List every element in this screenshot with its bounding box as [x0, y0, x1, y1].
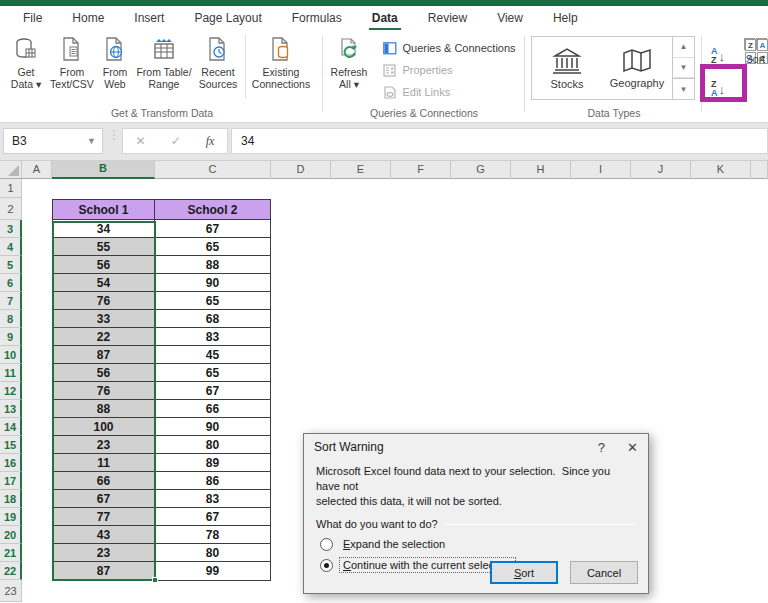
- column-header-h[interactable]: H: [511, 161, 571, 179]
- row-header-14[interactable]: 14: [0, 418, 22, 436]
- cell-B8[interactable]: 33: [53, 310, 155, 328]
- stocks-button[interactable]: Stocks: [532, 37, 602, 99]
- row-header-16[interactable]: 16: [0, 454, 22, 472]
- row-header-11[interactable]: 11: [0, 364, 22, 382]
- gallery-up-icon[interactable]: ▲: [673, 37, 694, 58]
- cell-C9[interactable]: 83: [155, 328, 270, 346]
- dialog-close-icon[interactable]: ✕: [627, 440, 638, 455]
- cell-C18[interactable]: 83: [155, 490, 270, 508]
- gallery-down-icon[interactable]: ▼: [673, 58, 694, 79]
- cell-B20[interactable]: 43: [53, 526, 155, 544]
- cell-C4[interactable]: 65: [155, 238, 270, 256]
- geography-button[interactable]: Geography: [602, 37, 672, 99]
- cell-B6[interactable]: 54: [53, 274, 155, 292]
- dialog-help-icon[interactable]: ?: [598, 440, 605, 455]
- column-header-e[interactable]: E: [331, 161, 391, 179]
- tab-formulas[interactable]: Formulas: [277, 7, 357, 30]
- cell-C11[interactable]: 65: [155, 364, 270, 382]
- row-header-18[interactable]: 18: [0, 490, 22, 508]
- tab-review[interactable]: Review: [413, 7, 482, 30]
- table-header-cell[interactable]: School 1: [53, 200, 155, 220]
- name-box-dropdown-icon[interactable]: ▼: [87, 136, 96, 146]
- row-header-6[interactable]: 6: [0, 274, 22, 292]
- radio-button-selected[interactable]: [320, 559, 333, 572]
- cell-B21[interactable]: 23: [53, 544, 155, 562]
- column-header-k[interactable]: K: [691, 161, 751, 179]
- formula-input[interactable]: 34: [231, 128, 768, 154]
- column-header-i[interactable]: I: [571, 161, 631, 179]
- cell-C15[interactable]: 80: [155, 436, 270, 454]
- select-all-corner[interactable]: [0, 161, 22, 178]
- cell-C22[interactable]: 99: [155, 562, 270, 580]
- gallery-more-icon[interactable]: ▼: [673, 78, 694, 99]
- cell-B12[interactable]: 76: [53, 382, 155, 400]
- from-web-button[interactable]: From Web: [96, 30, 134, 100]
- column-header-c[interactable]: C: [155, 161, 271, 179]
- column-header-d[interactable]: D: [271, 161, 331, 179]
- cancel-button[interactable]: Cancel: [570, 561, 638, 584]
- row-header-15[interactable]: 15: [0, 436, 22, 454]
- cell-C8[interactable]: 68: [155, 310, 270, 328]
- name-box[interactable]: B3 ▼: [3, 128, 103, 154]
- row-header-3[interactable]: 3: [0, 220, 22, 238]
- from-text/csv-button[interactable]: From Text/CSV: [48, 30, 96, 100]
- enter-icon[interactable]: ✓: [171, 134, 181, 148]
- row-header-2[interactable]: 2: [0, 198, 22, 220]
- cell-B15[interactable]: 23: [53, 436, 155, 454]
- cell-C10[interactable]: 45: [155, 346, 270, 364]
- tab-help[interactable]: Help: [538, 7, 593, 30]
- cell-B9[interactable]: 22: [53, 328, 155, 346]
- row-header-1[interactable]: 1: [0, 179, 22, 198]
- radio-option-expand-the-selection[interactable]: Expand the selection: [320, 537, 648, 551]
- cell-C19[interactable]: 67: [155, 508, 270, 526]
- row-header-13[interactable]: 13: [0, 400, 22, 418]
- cell-B22[interactable]: 87: [53, 562, 155, 580]
- row-header-22[interactable]: 22: [0, 562, 22, 580]
- tab-insert[interactable]: Insert: [119, 7, 179, 30]
- column-header-f[interactable]: F: [391, 161, 451, 179]
- column-header-a[interactable]: A: [22, 161, 52, 179]
- sort-button[interactable]: ZA AZ Sort: [744, 38, 767, 65]
- get-data--button[interactable]: Get Data ▾: [4, 30, 48, 100]
- row-header-9[interactable]: 9: [0, 328, 22, 346]
- tab-file[interactable]: File: [8, 7, 57, 30]
- cell-C17[interactable]: 86: [155, 472, 270, 490]
- cell-C14[interactable]: 90: [155, 418, 270, 436]
- cell-B16[interactable]: 11: [53, 454, 155, 472]
- cell-B10[interactable]: 87: [53, 346, 155, 364]
- row-header-17[interactable]: 17: [0, 472, 22, 490]
- column-header-partial[interactable]: [751, 161, 768, 179]
- row-header-10[interactable]: 10: [0, 346, 22, 364]
- cell-B4[interactable]: 55: [53, 238, 155, 256]
- row-header-12[interactable]: 12: [0, 382, 22, 400]
- cell-C20[interactable]: 78: [155, 526, 270, 544]
- cell-B7[interactable]: 76: [53, 292, 155, 310]
- cell-C6[interactable]: 90: [155, 274, 270, 292]
- queries-connections-button[interactable]: Queries & Connections: [382, 38, 515, 58]
- row-header-19[interactable]: 19: [0, 508, 22, 526]
- cell-B11[interactable]: 56: [53, 364, 155, 382]
- cell-C16[interactable]: 89: [155, 454, 270, 472]
- insert-function-icon[interactable]: fx: [206, 134, 215, 149]
- cell-C5[interactable]: 88: [155, 256, 270, 274]
- row-header-5[interactable]: 5: [0, 256, 22, 274]
- column-header-g[interactable]: G: [451, 161, 511, 179]
- cell-B17[interactable]: 66: [53, 472, 155, 490]
- cell-C12[interactable]: 67: [155, 382, 270, 400]
- cell-B18[interactable]: 67: [53, 490, 155, 508]
- row-header-20[interactable]: 20: [0, 526, 22, 544]
- cell-B3[interactable]: 34: [53, 220, 155, 238]
- cell-C3[interactable]: 67: [155, 220, 270, 238]
- row-header-21[interactable]: 21: [0, 544, 22, 562]
- cell-B19[interactable]: 77: [53, 508, 155, 526]
- table-header-cell[interactable]: School 2: [155, 200, 270, 220]
- radio-button[interactable]: [320, 538, 333, 551]
- row-header-7[interactable]: 7: [0, 292, 22, 310]
- cell-B13[interactable]: 88: [53, 400, 155, 418]
- column-header-b[interactable]: B: [52, 161, 155, 179]
- refresh-all-button[interactable]: Refresh All ▾: [326, 30, 372, 100]
- cancel-icon[interactable]: ✕: [136, 134, 146, 148]
- column-header-j[interactable]: J: [631, 161, 691, 179]
- from-table/-range-button[interactable]: From Table/ Range: [134, 30, 194, 100]
- existing-connections-button[interactable]: Existing Connections: [249, 30, 313, 100]
